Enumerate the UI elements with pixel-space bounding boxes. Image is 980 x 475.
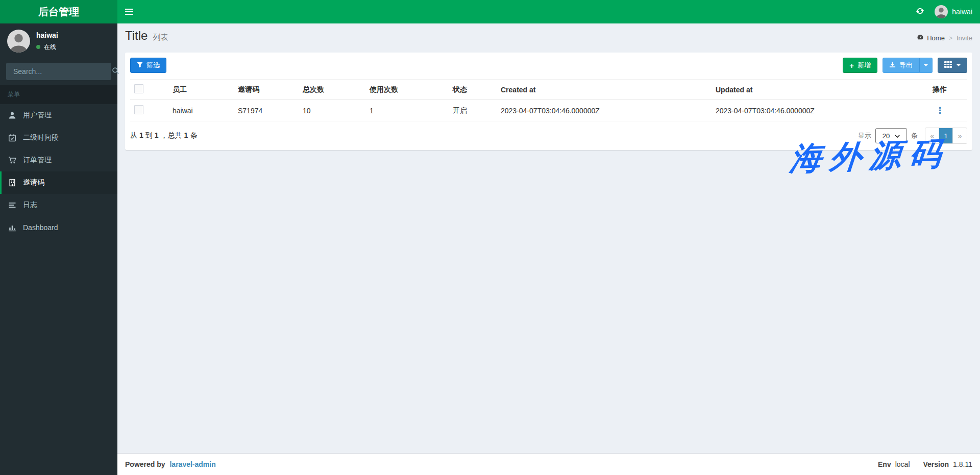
download-icon — [889, 61, 896, 69]
cart-icon — [8, 156, 17, 164]
sidebar-user-info: haiwai 在线 — [36, 31, 58, 52]
pagination-next-button[interactable]: » — [953, 128, 967, 143]
breadcrumb-home-link[interactable]: Home — [917, 34, 945, 42]
chevron-down-icon — [895, 132, 900, 140]
row-checkbox[interactable] — [134, 105, 143, 114]
pager-zone: 显示 20 条 « 1 » — [858, 128, 967, 144]
export-dropdown-button[interactable] — [919, 58, 933, 73]
sidebar-item-dashboard[interactable]: Dashboard — [0, 216, 117, 239]
invite-code-icon — [8, 179, 17, 187]
column-selector-button[interactable] — [938, 58, 967, 73]
refresh-button[interactable] — [916, 7, 924, 17]
page-size-label: 显示 — [858, 131, 871, 140]
sidebar-item-label: Dashboard — [23, 223, 58, 232]
search-icon — [112, 67, 119, 76]
invite-codes-table: 员工 邀请码 总次数 使用次数 状态 Created at Updated at… — [130, 79, 967, 121]
sidebar-menu: 用户管理 二级时间段 订单管理 邀请码 — [0, 104, 117, 239]
app-root: 后台管理 haiwai — [0, 0, 980, 475]
plus-icon: + — [849, 62, 854, 69]
page-subtitle: 列表 — [153, 33, 168, 41]
new-button-label: 新增 — [857, 61, 871, 70]
breadcrumb-separator: > — [949, 35, 952, 42]
bar-chart-icon — [8, 223, 17, 232]
hamburger-icon — [125, 9, 133, 10]
column-header-code: 邀请码 — [234, 80, 299, 100]
sidebar-toggle-button[interactable] — [117, 0, 141, 23]
sidebar-search-form — [6, 63, 111, 80]
cell-status: 开启 — [449, 100, 497, 121]
top-navbar: 后台管理 haiwai — [0, 0, 980, 23]
sidebar-search-button[interactable] — [112, 67, 119, 76]
breadcrumb: Home > Invite — [917, 34, 972, 42]
column-header-total: 总次数 — [299, 80, 365, 100]
column-header-updated-at: Updated at — [712, 80, 928, 100]
export-button-group: 导出 — [883, 58, 933, 73]
navbar-user-menu[interactable]: haiwai — [935, 5, 972, 18]
sidebar-user-name: haiwai — [36, 31, 58, 39]
page-size-unit: 条 — [911, 131, 918, 140]
footer-powered-by: Powered by laravel-admin — [125, 460, 216, 468]
sidebar-search-input[interactable] — [7, 67, 112, 76]
export-button-label: 导出 — [899, 61, 913, 70]
pagination: « 1 » — [925, 128, 967, 144]
sidebar-user-status: 在线 — [36, 43, 58, 52]
navbar-user-name: haiwai — [952, 8, 972, 16]
refresh-icon — [916, 7, 924, 17]
caret-down-icon — [957, 64, 961, 66]
filter-button[interactable]: 筛选 — [130, 58, 166, 73]
sidebar-item-label: 日志 — [23, 201, 37, 210]
main-footer: Powered by laravel-admin Env local Versi… — [117, 453, 980, 475]
cell-used: 1 — [365, 100, 449, 121]
page-title: Title列表 — [125, 29, 168, 43]
content-wrapper: Title列表 Home > Invite 筛选 — [117, 23, 980, 453]
select-all-checkbox[interactable] — [134, 84, 143, 93]
brand-logo[interactable]: 后台管理 — [0, 0, 117, 23]
log-icon — [8, 201, 17, 209]
env-value: local — [895, 460, 910, 468]
cell-updated-at: 2023-04-07T03:04:46.000000Z — [712, 100, 928, 121]
table-row: haiwai S71974 10 1 开启 2023-04-07T03:04:4… — [130, 100, 967, 121]
user-icon — [8, 111, 17, 119]
calendar-icon — [8, 134, 17, 142]
content-header: Title列表 Home > Invite — [117, 23, 980, 53]
breadcrumb-current: Invite — [957, 34, 972, 42]
online-status-dot — [36, 45, 40, 49]
online-status-label: 在线 — [44, 43, 56, 52]
column-header-status: 状态 — [449, 80, 497, 100]
cell-total: 10 — [299, 100, 365, 121]
column-header-created-at: Created at — [497, 80, 712, 100]
cell-code: S71974 — [234, 100, 299, 121]
brand-logo-text: 后台管理 — [38, 5, 79, 19]
column-header-employee: 员工 — [168, 80, 234, 100]
sidebar-item-label: 用户管理 — [23, 111, 52, 120]
page-size-value: 20 — [883, 132, 890, 140]
grid-icon — [944, 61, 952, 69]
grid-toolbar-right: + 新增 导出 — [843, 58, 967, 73]
navbar-avatar — [935, 5, 948, 18]
navbar-right: haiwai — [916, 5, 972, 18]
column-header-actions: 操作 — [928, 80, 967, 100]
sidebar-item-logs[interactable]: 日志 — [0, 194, 117, 216]
page-size-select[interactable]: 20 — [875, 128, 907, 143]
sidebar: haiwai 在线 菜单 用户管理 — [0, 23, 117, 475]
dashboard-icon — [917, 34, 924, 42]
laravel-admin-link[interactable]: laravel-admin — [169, 460, 215, 468]
filter-icon — [137, 62, 143, 69]
page-title-text: Title — [125, 29, 148, 42]
sidebar-item-users[interactable]: 用户管理 — [0, 104, 117, 127]
grid-box: 筛选 + 新增 导出 — [125, 53, 972, 150]
version-value: 1.8.11 — [953, 460, 972, 468]
sidebar-item-orders[interactable]: 订单管理 — [0, 149, 117, 171]
table-header-row: 员工 邀请码 总次数 使用次数 状态 Created at Updated at… — [130, 80, 967, 100]
row-actions-button[interactable]: ⋮ — [933, 106, 947, 115]
export-button[interactable]: 导出 — [883, 58, 919, 73]
sidebar-item-time-periods[interactable]: 二级时间段 — [0, 127, 117, 149]
pagination-page-1[interactable]: 1 — [939, 128, 953, 143]
powered-by-label: Powered by — [125, 460, 165, 468]
pagination-prev-button[interactable]: « — [925, 128, 939, 143]
breadcrumb-home-label: Home — [927, 34, 945, 42]
sidebar-menu-header: 菜单 — [0, 85, 117, 104]
sidebar-item-invite-codes[interactable]: 邀请码 — [0, 171, 117, 194]
sidebar-avatar — [7, 30, 30, 53]
new-button[interactable]: + 新增 — [843, 58, 877, 73]
